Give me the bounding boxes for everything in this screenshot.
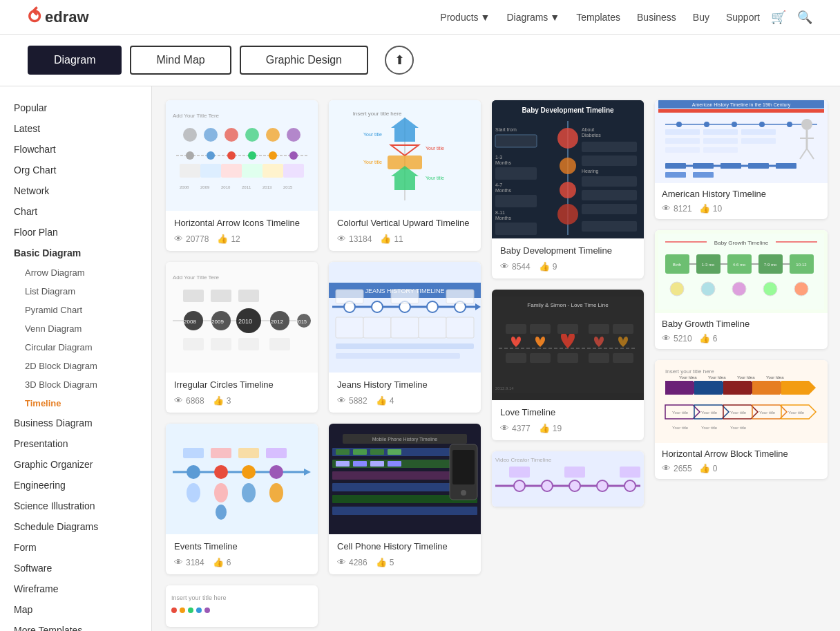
tab-mindmap[interactable]: Mind Map [130, 46, 231, 75]
card-baby-development[interactable]: Baby Development Timeline Start from 1-3… [492, 100, 644, 279]
svg-text:7-9 mo: 7-9 mo [764, 263, 777, 267]
svg-point-57 [242, 483, 256, 502]
sidebar-sub-venn-diagram[interactable]: Venn Diagram [0, 319, 151, 338]
sidebar-sub-arrow-diagram[interactable]: Arrow Diagram [0, 263, 151, 282]
nav-products[interactable]: Products ▼ [440, 12, 490, 23]
svg-text:Your Idea: Your Idea [737, 375, 755, 379]
nav-support[interactable]: Support [726, 12, 760, 23]
sidebar-item-engineering[interactable]: Engineering [0, 475, 151, 496]
sidebar-item-software[interactable]: Software [0, 558, 151, 578]
svg-point-108 [461, 490, 466, 496]
card-events-timeline[interactable]: Events Timeline 👁 3184 👍 6 [166, 424, 318, 574]
card-irregular-circles[interactable]: Add Your Title Tere 2008 2009 2010 [166, 262, 318, 413]
card-info-2: Irregular Circles Timeline 👁 6868 👍 3 [166, 373, 318, 413]
svg-point-4 [227, 151, 236, 160]
nav-diagrams[interactable]: Diagrams ▼ [506, 12, 560, 23]
svg-rect-38 [183, 290, 204, 302]
upload-button[interactable]: ⬆ [385, 46, 414, 75]
eye-icon-col3-1: 👁 [500, 261, 509, 272]
svg-text:2013: 2013 [262, 185, 272, 189]
card-title-3: Events Timeline [174, 541, 309, 552]
card-stats-col3-2: 👁 4377 👍 19 [500, 423, 636, 433]
nav-templates[interactable]: Templates [576, 12, 620, 23]
svg-rect-81 [391, 317, 419, 338]
svg-text:8-11: 8-11 [495, 210, 505, 215]
sidebar-item-business-diagram[interactable]: Business Diagram [0, 413, 151, 433]
sidebar-sub-3d-block[interactable]: 3D Block Diagram [0, 375, 151, 394]
svg-rect-18 [262, 164, 283, 178]
sidebar-item-more-templates[interactable]: More Templates [0, 620, 151, 631]
sidebar-item-schedule[interactable]: Schedule Diagrams [0, 516, 151, 537]
card-title-col2-2: Jeans History Timeline [337, 379, 472, 390]
card-horizontal-arrow-icons[interactable]: Add Your Title Tere [166, 100, 318, 251]
sidebar-item-orgchart[interactable]: Org Chart [0, 160, 151, 180]
svg-point-75 [372, 301, 383, 312]
card-partial-col3[interactable]: Video Creator Timeline [492, 451, 644, 507]
svg-rect-184 [665, 163, 686, 169]
sidebar-sub-2d-block[interactable]: 2D Block Diagram [0, 357, 151, 375]
svg-rect-85 [391, 290, 419, 303]
tab-diagram[interactable]: Diagram [28, 46, 122, 75]
sidebar-item-flowchart[interactable]: Flowchart [0, 139, 151, 160]
svg-rect-15 [200, 164, 221, 178]
svg-rect-97 [332, 507, 477, 515]
card-cell-phone[interactable]: Mobile Phone History Timeline [329, 424, 481, 574]
cart-icon[interactable]: 🛒 [771, 10, 786, 25]
card-info-col3-2: Love Timeline 👁 4377 👍 19 [492, 400, 644, 440]
svg-text:2012: 2012 [271, 319, 283, 325]
sidebar-item-map[interactable]: Map [0, 599, 151, 620]
like-icon-r2: 👍 [699, 333, 710, 343]
card-love-timeline[interactable]: Family & Simon - Love Time Line [492, 290, 644, 440]
card-colorful-vertical[interactable]: Insert your title here Your title Your t… [329, 100, 481, 251]
card-info-col2-2: Jeans History Timeline 👁 5882 👍 4 [329, 373, 481, 413]
column-4: American History Timeline in the 19th Ce… [655, 100, 828, 479]
sidebar-item-form[interactable]: Form [0, 537, 151, 558]
sidebar-sub-timeline[interactable]: Timeline [0, 394, 151, 413]
like-stat-col2-3: 👍 5 [376, 557, 394, 567]
eye-icon: 👁 [174, 234, 183, 244]
svg-rect-19 [283, 164, 304, 178]
column-2: Insert your title here Your title Your t… [329, 100, 481, 574]
svg-text:Your title: Your title [426, 176, 444, 180]
logo-icon: ⥀ [28, 6, 41, 28]
sidebar-item-network[interactable]: Network [0, 180, 151, 201]
sidebar-item-graphic-organizer[interactable]: Graphic Organizer [0, 454, 151, 475]
card-partial-bottom-left[interactable]: Insert your title here [166, 585, 318, 627]
sidebar-item-latest[interactable]: Latest [0, 118, 151, 139]
like-icon-r1: 👍 [699, 203, 710, 214]
sidebar-item-popular[interactable]: Popular [0, 97, 151, 118]
right-card-info-2: Baby Growth Timeline 👁 5210 👍 6 [655, 313, 828, 349]
sidebar-item-wireframe[interactable]: Wireframe [0, 578, 151, 599]
svg-text:2015: 2015 [296, 319, 307, 324]
card-baby-growth[interactable]: Baby Growth Timeline [655, 230, 828, 349]
like-icon-col2-2: 👍 [376, 395, 387, 406]
sidebar-sub-circular-diagram[interactable]: Circular Diagram [0, 338, 151, 357]
sidebar-sub-list-diagram[interactable]: List Diagram [0, 282, 151, 301]
tab-graphic-design[interactable]: Graphic Design [240, 46, 368, 75]
sidebar-sub-pyramid-chart[interactable]: Pyramid Chart [0, 301, 151, 319]
card-jeans-history[interactable]: JEANS HISTORY TIMELINE [329, 262, 481, 413]
sidebar-item-presentation[interactable]: Presentation [0, 433, 151, 454]
card-arrow-block-timeline[interactable]: Insert your title here Your Idea Your Id… [655, 360, 828, 479]
sidebar-section-basic-diagram[interactable]: Basic Diagram [0, 243, 151, 263]
search-icon[interactable]: 🔍 [797, 10, 812, 25]
main-layout: Popular Latest Flowchart Org Chart Netwo… [0, 86, 840, 631]
svg-point-7 [289, 151, 298, 160]
svg-rect-185 [693, 163, 714, 169]
nav-buy[interactable]: Buy [693, 12, 709, 23]
svg-point-211 [732, 282, 746, 296]
svg-point-48 [214, 465, 228, 479]
sidebar-item-science[interactable]: Science Illustration [0, 496, 151, 516]
sidebar-item-floorplan[interactable]: Floor Plan [0, 222, 151, 243]
svg-text:About: About [582, 127, 594, 132]
svg-text:Your title: Your title [363, 132, 382, 137]
svg-rect-157 [509, 467, 530, 478]
svg-text:Diabetes: Diabetes [582, 133, 601, 138]
svg-point-5 [248, 151, 256, 160]
svg-rect-86 [446, 290, 474, 303]
logo[interactable]: ⥀ edraw [28, 6, 89, 28]
card-american-history[interactable]: American History Timeline in the 19th Ce… [655, 100, 828, 219]
svg-point-126 [557, 204, 578, 225]
nav-business[interactable]: Business [637, 12, 676, 23]
sidebar-item-chart[interactable]: Chart [0, 201, 151, 222]
